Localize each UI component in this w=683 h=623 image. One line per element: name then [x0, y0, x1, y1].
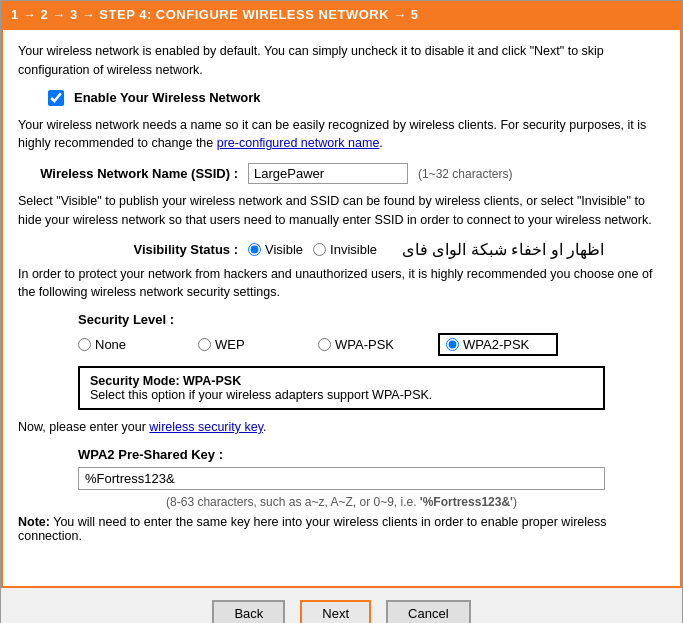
note-bold: Note:	[18, 515, 50, 529]
security-none-option[interactable]: None	[78, 337, 198, 352]
footer: Back Next Cancel	[1, 588, 682, 623]
wpa-key-input[interactable]	[78, 467, 605, 490]
enable-wireless-checkbox[interactable]	[48, 90, 64, 106]
wpa-hint-sample: '%Fortress123&'	[420, 495, 513, 509]
security-radio-group: None WEP WPA-PSK WPA2-PSK	[78, 333, 665, 356]
visibility-row: Visibility Status : Visible Invisible اظ…	[18, 240, 665, 259]
enable-wireless-label: Enable Your Wireless Network	[74, 90, 261, 105]
next-button[interactable]: Next	[300, 600, 371, 623]
security-none-radio[interactable]	[78, 338, 91, 351]
security-wpapsk-radio[interactable]	[318, 338, 331, 351]
security-mode-title: Security Mode: WPA-PSK	[90, 374, 593, 388]
security-wep-option[interactable]: WEP	[198, 337, 318, 352]
visibility-radio-group: Visible Invisible اظهار او اخفاء شبكة ال…	[248, 240, 604, 259]
security-mode-desc: Select this option if your wireless adap…	[90, 388, 593, 402]
ssid-input[interactable]	[248, 163, 408, 184]
note-text: Note: You will need to enter the same ke…	[18, 515, 665, 543]
intro-text: Your wireless network is enabled by defa…	[18, 42, 665, 80]
arabic-label: اظهار او اخفاء شبكة الواى فاى	[402, 240, 604, 259]
security-wpapsk-label: WPA-PSK	[335, 337, 394, 352]
ssid-info-text: Your wireless network needs a name so it…	[18, 116, 665, 154]
security-wpa2psk-option[interactable]: WPA2-PSK	[438, 333, 558, 356]
ssid-row: Wireless Network Name (SSID) : (1~32 cha…	[18, 163, 665, 184]
wpa-hint: (8-63 characters, such as a~z, A~Z, or 0…	[18, 495, 665, 509]
visibility-invisible-option[interactable]: Invisible	[313, 242, 377, 257]
wizard-steps: 1 → 2 → 3 → STEP 4: CONFIGURE WIRELESS N…	[11, 7, 419, 22]
ssid-label: Wireless Network Name (SSID) :	[18, 166, 248, 181]
security-wpa2psk-radio[interactable]	[446, 338, 459, 351]
visibility-visible-label: Visible	[265, 242, 303, 257]
wpa-key-label: WPA2 Pre-Shared Key :	[78, 447, 665, 462]
ssid-char-hint: (1~32 characters)	[418, 167, 512, 181]
security-section: Security Level : None WEP WPA-PSK WPA2-P…	[18, 312, 665, 356]
content-area: Your wireless network is enabled by defa…	[1, 28, 682, 588]
back-button[interactable]: Back	[212, 600, 285, 623]
cancel-button[interactable]: Cancel	[386, 600, 470, 623]
security-info-text: In order to protect your network from ha…	[18, 265, 665, 303]
visibility-invisible-label: Invisible	[330, 242, 377, 257]
security-none-label: None	[95, 337, 126, 352]
enable-wireless-row: Enable Your Wireless Network	[48, 90, 665, 106]
visibility-visible-option[interactable]: Visible	[248, 242, 303, 257]
security-wpa2psk-label: WPA2-PSK	[463, 337, 529, 352]
security-wep-radio[interactable]	[198, 338, 211, 351]
visibility-info-text: Select "Visible" to publish your wireles…	[18, 192, 665, 230]
note-detail: You will need to enter the same key here…	[18, 515, 607, 543]
visibility-visible-radio[interactable]	[248, 243, 261, 256]
wizard-header: 1 → 2 → 3 → STEP 4: CONFIGURE WIRELESS N…	[1, 1, 682, 28]
visibility-label: Visibility Status :	[18, 242, 248, 257]
security-mode-box: Security Mode: WPA-PSK Select this optio…	[78, 366, 605, 410]
security-wpapsk-option[interactable]: WPA-PSK	[318, 337, 438, 352]
visibility-invisible-radio[interactable]	[313, 243, 326, 256]
wpa-prompt: Now, please enter your wireless security…	[18, 418, 665, 437]
security-wep-label: WEP	[215, 337, 245, 352]
security-level-label: Security Level :	[78, 312, 665, 327]
